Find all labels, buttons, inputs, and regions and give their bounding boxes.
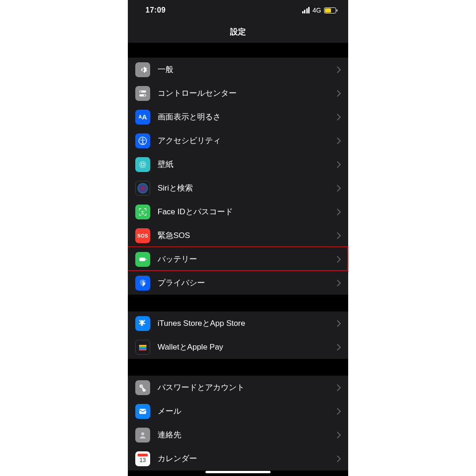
row-label: 一般 xyxy=(158,64,337,75)
device-frame: 17:09 4G 設定 一般 コントロールセンター xyxy=(128,0,348,476)
settings-list[interactable]: 一般 コントロールセンター AA 画面表示と明るさ xyxy=(128,43,348,476)
row-label: パスワードとアカウント xyxy=(158,382,337,393)
row-itunes-appstore[interactable]: iTunes StoreとApp Store xyxy=(128,311,348,335)
row-label: WalletとApple Pay xyxy=(158,342,337,352)
page-title: 設定 xyxy=(230,26,246,37)
sos-icon: SOS xyxy=(135,228,150,243)
row-wallpaper[interactable]: 壁紙 xyxy=(128,152,348,176)
row-label: 連絡先 xyxy=(158,430,337,440)
status-time: 17:09 xyxy=(145,6,165,14)
section-general: 一般 コントロールセンター AA 画面表示と明るさ xyxy=(128,58,348,295)
row-label: Siriと検索 xyxy=(158,183,337,193)
row-sos[interactable]: SOS 緊急SOS xyxy=(128,224,348,247)
svg-rect-15 xyxy=(139,349,146,350)
chevron-right-icon xyxy=(337,432,341,438)
section-accounts: パスワードとアカウント メール 連絡先 13 xyxy=(128,376,348,470)
svg-point-1 xyxy=(140,91,141,92)
row-mail[interactable]: メール xyxy=(128,399,348,423)
chevron-right-icon xyxy=(337,161,341,168)
svg-rect-10 xyxy=(139,258,145,261)
chevron-right-icon xyxy=(337,280,341,286)
row-passwords[interactable]: パスワードとアカウント xyxy=(128,376,348,399)
gear-icon xyxy=(135,62,150,77)
battery-icon xyxy=(324,7,336,13)
row-wallet-applepay[interactable]: WalletとApple Pay xyxy=(128,335,348,359)
siri-icon xyxy=(135,181,150,196)
appstore-icon xyxy=(135,316,150,331)
row-label: Face IDとパスコード xyxy=(158,206,337,217)
control-center-icon xyxy=(135,86,150,101)
svg-rect-14 xyxy=(139,348,146,350)
chevron-right-icon xyxy=(337,256,341,263)
chevron-right-icon xyxy=(337,114,341,120)
battery-row-icon xyxy=(135,252,150,267)
svg-point-6 xyxy=(141,163,145,166)
chevron-right-icon xyxy=(337,232,341,239)
privacy-icon xyxy=(135,276,150,291)
svg-point-19 xyxy=(141,432,144,435)
row-label: カレンダー xyxy=(158,453,337,464)
status-right: 4G xyxy=(302,7,336,14)
chevron-right-icon xyxy=(337,408,341,415)
row-label: メール xyxy=(158,406,337,416)
chevron-right-icon xyxy=(337,138,341,144)
row-label: プライバシー xyxy=(158,278,337,288)
row-accessibility[interactable]: アクセシビリティ xyxy=(128,129,348,152)
svg-point-5 xyxy=(142,138,144,139)
row-contacts[interactable]: 連絡先 xyxy=(128,423,348,447)
row-control-center[interactable]: コントロールセンター xyxy=(128,81,348,105)
svg-rect-12 xyxy=(139,345,146,346)
svg-point-9 xyxy=(138,183,148,193)
row-calendar[interactable]: 13 カレンダー xyxy=(128,447,348,470)
wallpaper-icon xyxy=(135,157,150,172)
chevron-right-icon xyxy=(337,456,341,462)
chevron-right-icon xyxy=(337,209,341,215)
navbar: 設定 xyxy=(128,20,348,43)
display-icon: AA xyxy=(135,110,150,125)
row-label: 壁紙 xyxy=(158,159,337,170)
row-general[interactable]: 一般 xyxy=(128,58,348,81)
svg-point-3 xyxy=(144,94,145,96)
row-label: 画面表示と明るさ xyxy=(158,112,337,122)
sos-text: SOS xyxy=(137,233,148,238)
row-battery[interactable]: バッテリー xyxy=(128,247,348,271)
calendar-icon: 13 xyxy=(135,451,150,466)
row-display[interactable]: AA 画面表示と明るさ xyxy=(128,105,348,129)
chevron-right-icon xyxy=(337,320,341,327)
home-indicator[interactable] xyxy=(205,471,271,473)
row-faceid[interactable]: Face IDとパスコード xyxy=(128,200,348,224)
faceid-icon xyxy=(135,205,150,219)
mail-icon xyxy=(135,404,150,419)
row-label: 緊急SOS xyxy=(158,230,337,241)
row-label: コントロールセンター xyxy=(158,88,337,99)
signal-icon xyxy=(302,7,310,13)
connection-label: 4G xyxy=(312,7,321,14)
svg-text:13: 13 xyxy=(139,457,146,463)
svg-rect-18 xyxy=(139,409,146,414)
row-siri[interactable]: Siriと検索 xyxy=(128,176,348,200)
svg-point-7 xyxy=(139,161,145,167)
row-label: アクセシビリティ xyxy=(158,135,337,146)
status-bar: 17:09 4G xyxy=(128,0,348,20)
key-icon xyxy=(135,380,150,395)
chevron-right-icon xyxy=(337,384,341,391)
chevron-right-icon xyxy=(337,66,341,73)
wallet-icon xyxy=(135,340,150,355)
section-store: iTunes StoreとApp Store WalletとApple Pay xyxy=(128,311,348,359)
contacts-icon xyxy=(135,428,150,443)
chevron-right-icon xyxy=(337,185,341,192)
svg-point-17 xyxy=(141,385,142,386)
row-label: iTunes StoreとApp Store xyxy=(158,318,337,329)
accessibility-icon xyxy=(135,133,150,148)
svg-rect-13 xyxy=(139,346,146,348)
svg-rect-11 xyxy=(145,258,146,260)
svg-rect-20 xyxy=(138,454,148,456)
chevron-right-icon xyxy=(337,344,341,350)
row-label: バッテリー xyxy=(158,254,337,264)
chevron-right-icon xyxy=(337,90,341,97)
row-privacy[interactable]: プライバシー xyxy=(128,271,348,295)
